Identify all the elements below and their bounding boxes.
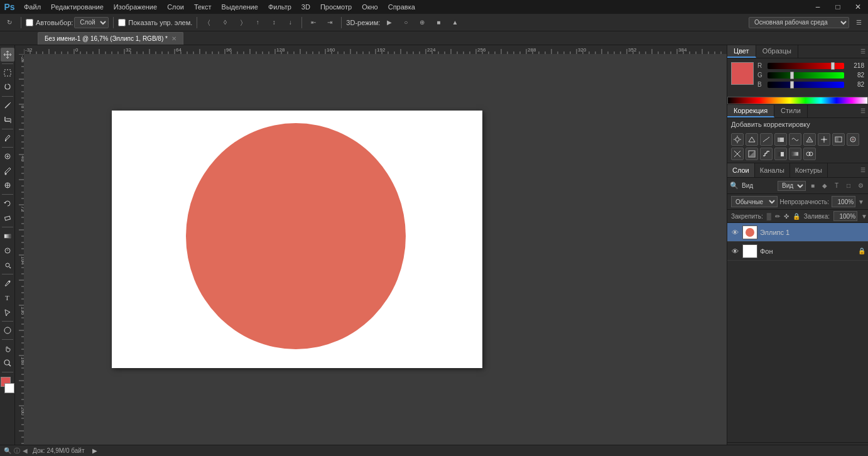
tab-samples[interactable]: Образцы [756, 45, 798, 58]
autosearch-checkbox[interactable] [26, 19, 33, 26]
lock-all-icon[interactable]: 🔒 [793, 212, 800, 220]
color-spectrum-bar[interactable] [727, 97, 868, 104]
opacity-dropdown-icon[interactable]: ▼ [858, 198, 864, 205]
3d-slide-icon[interactable]: ▲ [448, 16, 462, 30]
threshold-correction-icon[interactable] [774, 148, 787, 160]
layers-filter-shape-icon[interactable]: □ [844, 181, 854, 191]
layer-visibility-background[interactable]: 👁 [730, 246, 740, 256]
history-brush-tool[interactable] [1, 197, 14, 210]
fill-input[interactable] [833, 211, 857, 221]
move-tool-options-icon[interactable]: ↻ [3, 16, 16, 30]
close-tab-icon[interactable]: ✕ [171, 35, 176, 42]
status-info-icon[interactable]: ⓘ [14, 447, 20, 455]
menu-help[interactable]: Справка [383, 1, 420, 13]
layer-item-background[interactable]: 👁 Фон 🔒 [727, 242, 868, 261]
eraser-tool[interactable] [1, 211, 14, 225]
bw-correction-icon[interactable] [832, 133, 845, 146]
minimize-button[interactable]: – [808, 0, 828, 14]
align-left-icon[interactable]: 〈 [202, 16, 215, 30]
menu-text[interactable]: Текст [189, 1, 217, 13]
layer-item-ellipse[interactable]: 👁 Эллипс 1 [727, 223, 868, 242]
lock-transparent-icon[interactable]: ▒ [767, 212, 771, 220]
color-preview[interactable] [731, 62, 754, 85]
selective-color-correction-icon[interactable] [803, 148, 816, 160]
g-slider-thumb[interactable] [790, 72, 794, 79]
layers-panel-menu-icon[interactable]: ☰ [860, 167, 865, 173]
distribute-v-icon[interactable]: ⇥ [323, 16, 337, 30]
clone-tool[interactable] [1, 178, 14, 192]
tab-channels[interactable]: Каналы [755, 163, 790, 177]
photo-filter-correction-icon[interactable] [847, 133, 859, 146]
curves-correction-icon[interactable] [760, 133, 773, 146]
close-button[interactable]: ✕ [848, 0, 868, 14]
invert-correction-icon[interactable] [746, 148, 758, 160]
3d-rotate-icon[interactable]: ▶ [382, 16, 396, 30]
tab-correction[interactable]: Коррекция [727, 105, 774, 117]
exposure-correction-icon[interactable] [774, 133, 787, 146]
hsl-correction-icon[interactable] [803, 133, 816, 146]
menu-view[interactable]: Просмотр [315, 1, 357, 13]
layers-filter-pixel-icon[interactable]: ■ [808, 181, 818, 191]
correction-panel-menu-icon[interactable]: ☰ [860, 108, 865, 114]
3d-scale-icon[interactable]: ■ [431, 16, 445, 30]
levels-correction-icon[interactable] [746, 133, 758, 146]
background-color[interactable] [4, 383, 14, 393]
menu-window[interactable]: Окно [357, 1, 383, 13]
environment-select[interactable]: Основная рабочая среда [749, 17, 849, 28]
zoom-tool[interactable] [1, 356, 14, 370]
tab-color[interactable]: Цвет [727, 45, 756, 58]
3d-pan-icon[interactable]: ⊕ [415, 16, 429, 30]
lock-pixels-icon[interactable]: ✏ [775, 212, 780, 220]
layer-visibility-ellipse[interactable]: 👁 [730, 227, 740, 237]
b-slider-thumb[interactable] [790, 81, 794, 89]
move-tool[interactable] [1, 48, 14, 62]
posterize-correction-icon[interactable] [760, 148, 773, 160]
lock-position-icon[interactable]: ✜ [784, 212, 789, 220]
gradient-map-correction-icon[interactable] [789, 148, 801, 160]
colorbalance-correction-icon[interactable] [818, 133, 830, 146]
canvas-area[interactable] [24, 54, 727, 456]
pen-tool[interactable] [1, 276, 14, 290]
distribute-h-icon[interactable]: ⇤ [307, 16, 320, 30]
marquee-tool[interactable] [1, 66, 14, 80]
blur-tool[interactable] [1, 244, 14, 258]
document-tab[interactable]: Без имени-1 @ 16,7% (Эллипс 1, RGB/8) * … [38, 32, 183, 45]
tab-layers[interactable]: Слои [727, 163, 755, 177]
r-slider-thumb[interactable] [831, 62, 835, 70]
layers-filter-smart-icon[interactable]: ⚙ [855, 181, 865, 191]
eyedropper-tool[interactable] [1, 131, 14, 145]
show-transform-checkbox[interactable] [118, 19, 126, 26]
channel-mix-correction-icon[interactable] [731, 148, 744, 160]
env-options-icon[interactable]: ☰ [852, 16, 865, 30]
hand-tool[interactable] [1, 342, 14, 356]
layers-filter-adjust-icon[interactable]: ◆ [820, 181, 830, 191]
tab-styles[interactable]: Стили [774, 105, 808, 117]
gradient-tool[interactable] [1, 229, 14, 243]
lasso-tool[interactable] [1, 80, 14, 94]
3d-orbit-icon[interactable]: ○ [399, 16, 413, 30]
menu-image[interactable]: Изображение [109, 1, 162, 13]
path-select-tool[interactable] [1, 305, 14, 319]
text-tool[interactable]: T [1, 291, 14, 305]
fill-dropdown-icon[interactable]: ▼ [861, 213, 867, 220]
align-bottom-icon[interactable]: ↓ [283, 16, 297, 30]
menu-edit[interactable]: Редактирование [46, 1, 109, 13]
align-center-icon[interactable]: ◊ [218, 16, 232, 30]
brightness-correction-icon[interactable] [731, 133, 744, 146]
menu-file[interactable]: Файл [19, 1, 46, 13]
align-middle-icon[interactable]: ↕ [267, 16, 281, 30]
menu-layers[interactable]: Слои [162, 1, 189, 13]
menu-select[interactable]: Выделение [217, 1, 263, 13]
layers-search-field[interactable]: Вид [742, 182, 776, 189]
brush-tool[interactable] [1, 164, 14, 178]
status-zoom-icon[interactable]: 🔍 [4, 447, 11, 454]
layers-filter-type-select[interactable]: Вид [778, 181, 806, 191]
maximize-button[interactable]: □ [828, 0, 848, 14]
crop-tool[interactable] [1, 113, 14, 127]
vibrance-correction-icon[interactable] [789, 133, 801, 146]
opacity-input[interactable] [832, 196, 855, 207]
color-panel-menu-icon[interactable]: ☰ [860, 48, 865, 55]
status-expand-icon[interactable]: ▶ [92, 447, 97, 454]
rectangle-tool[interactable] [1, 323, 14, 337]
layers-filter-text-icon[interactable]: T [832, 181, 842, 191]
